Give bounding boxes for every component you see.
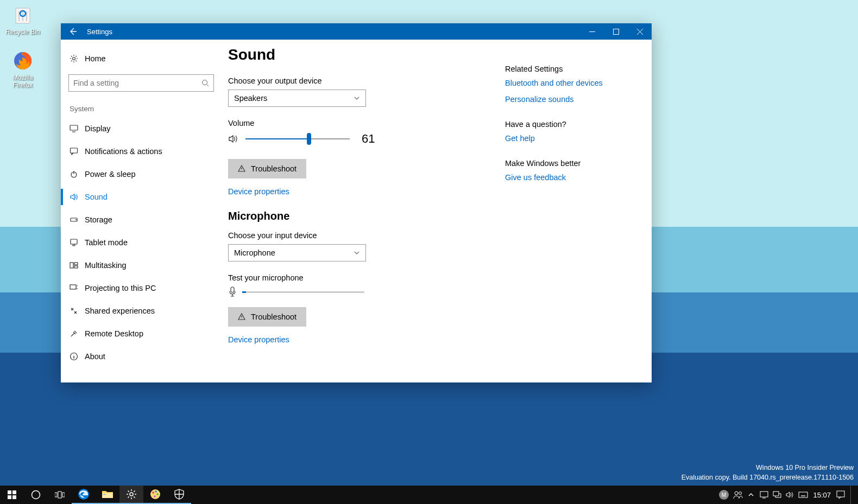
- output-device-properties-link[interactable]: Device properties: [228, 187, 505, 196]
- input-device-dropdown[interactable]: Microphone: [228, 244, 366, 261]
- windows-watermark: Windows 10 Pro Insider Preview Evaluatio…: [682, 463, 854, 482]
- shared-icon: [70, 307, 85, 315]
- sidebar-item-label: Sound: [85, 193, 108, 201]
- sidebar-item-shared[interactable]: Shared experiences: [61, 299, 222, 322]
- svg-point-37: [735, 492, 738, 495]
- tray-chevron[interactable]: [746, 486, 756, 504]
- sidebar-item-about[interactable]: About: [61, 345, 222, 368]
- svg-rect-11: [73, 245, 75, 246]
- tray-volume[interactable]: [785, 486, 796, 504]
- svg-point-33: [156, 493, 159, 495]
- window-title: Settings: [85, 28, 112, 36]
- info-icon: [70, 352, 85, 361]
- minimize-button[interactable]: [580, 23, 604, 40]
- output-device-dropdown[interactable]: Speakers: [228, 90, 366, 107]
- desktop-icon-firefox[interactable]: Mozilla Firefox: [2, 47, 43, 90]
- sidebar-item-tablet[interactable]: Tablet mode: [61, 231, 222, 254]
- troubleshoot-output-button[interactable]: Troubleshoot: [228, 159, 306, 178]
- gear-icon: [126, 489, 137, 500]
- volume-speaker-icon: [228, 133, 240, 144]
- sidebar-item-storage[interactable]: Storage: [61, 208, 222, 231]
- mic-level-fill: [242, 291, 246, 293]
- mic-level-bar: [242, 291, 364, 293]
- volume-slider[interactable]: [245, 138, 350, 139]
- window-titlebar[interactable]: Settings: [61, 23, 652, 40]
- gear-icon: [70, 54, 85, 63]
- tray-connect[interactable]: [759, 486, 769, 504]
- taskbar-settings[interactable]: [119, 486, 143, 504]
- cortana-button[interactable]: [24, 486, 48, 504]
- feedback-link[interactable]: Give us feedback: [505, 173, 630, 182]
- sidebar-item-label: Multitasking: [85, 261, 127, 270]
- task-view-button[interactable]: [48, 486, 72, 504]
- folder-icon: [102, 489, 113, 499]
- notification-icon: [836, 490, 845, 499]
- firefox-icon: [10, 47, 36, 73]
- sidebar-item-label: About: [85, 352, 105, 361]
- watermark-line2: Evaluation copy. Build 17040.rs_prerelea…: [682, 473, 854, 483]
- warning-icon: [238, 313, 245, 321]
- system-tray: M 15:07: [713, 486, 858, 504]
- get-help-link[interactable]: Get help: [505, 134, 630, 143]
- troubleshoot-input-button[interactable]: Troubleshoot: [228, 307, 306, 327]
- watermark-line1: Windows 10 Pro Insider Preview: [682, 463, 854, 473]
- svg-rect-40: [773, 492, 779, 496]
- close-icon: [637, 29, 643, 35]
- storage-icon: [70, 215, 85, 224]
- microphone-icon: [228, 286, 237, 297]
- sidebar-item-sound[interactable]: Sound: [61, 186, 222, 208]
- search-input[interactable]: [73, 79, 201, 87]
- input-device-properties-link[interactable]: Device properties: [228, 335, 505, 344]
- chevron-up-icon: [748, 492, 754, 498]
- svg-rect-20: [8, 495, 11, 499]
- tray-clock[interactable]: 15:07: [811, 491, 833, 499]
- recycle-bin-icon: [10, 1, 36, 27]
- project-icon: [70, 284, 85, 292]
- sidebar-item-label: Projecting to this PC: [85, 284, 156, 292]
- speaker-icon: [786, 491, 794, 499]
- tray-people[interactable]: [733, 486, 743, 504]
- taskbar-paint[interactable]: [143, 486, 167, 504]
- tray-network[interactable]: [772, 486, 783, 504]
- sidebar-item-label: Storage: [85, 215, 112, 224]
- back-button[interactable]: [61, 23, 85, 40]
- sidebar-item-display[interactable]: Display: [61, 117, 222, 140]
- sidebar-item-multitask[interactable]: Multitasking: [61, 254, 222, 277]
- taskbar-security[interactable]: [167, 486, 191, 504]
- keyboard-icon: [798, 492, 808, 498]
- svg-point-29: [130, 493, 133, 496]
- svg-rect-41: [799, 492, 807, 497]
- show-desktop-button[interactable]: [850, 486, 854, 504]
- volume-slider-thumb[interactable]: [307, 133, 311, 145]
- sidebar-item-remote[interactable]: Remote Desktop: [61, 322, 222, 345]
- taskbar-file-explorer[interactable]: [96, 486, 119, 504]
- close-button[interactable]: [628, 23, 652, 40]
- svg-rect-23: [55, 493, 57, 497]
- bluetooth-link[interactable]: Bluetooth and other devices: [505, 79, 630, 87]
- desktop-icon-label: Mozilla Firefox: [2, 74, 43, 90]
- sidebar-home[interactable]: Home: [61, 47, 222, 70]
- output-device-label: Choose your output device: [228, 76, 505, 85]
- sidebar-item-power[interactable]: Power & sleep: [61, 163, 222, 186]
- personalize-sounds-link[interactable]: Personalize sounds: [505, 95, 630, 104]
- desktop-icon-recycle-bin[interactable]: Recycle Bin: [2, 1, 43, 36]
- svg-rect-25: [62, 493, 65, 497]
- desktop-wallpaper[interactable]: Recycle Bin Mozilla Firefox Windows 10 P…: [0, 0, 858, 504]
- search-input-wrap[interactable]: [68, 74, 214, 92]
- related-settings-heading: Related Settings: [505, 65, 630, 73]
- start-button[interactable]: [0, 486, 24, 504]
- svg-rect-42: [837, 491, 844, 497]
- tray-user[interactable]: M: [717, 486, 730, 504]
- svg-rect-21: [12, 495, 16, 499]
- maximize-button[interactable]: [604, 23, 628, 40]
- task-view-icon: [55, 491, 65, 499]
- output-device-value: Speakers: [234, 94, 267, 103]
- taskbar-edge[interactable]: [72, 486, 96, 504]
- arrow-left-icon: [68, 27, 77, 36]
- tray-keyboard[interactable]: [798, 486, 809, 504]
- sidebar-item-notifications[interactable]: Notifications & actions: [61, 140, 222, 163]
- warning-icon: [238, 165, 245, 173]
- tablet-icon: [70, 238, 85, 247]
- tray-action-center[interactable]: [835, 486, 846, 504]
- sidebar-item-projecting[interactable]: Projecting to this PC: [61, 277, 222, 299]
